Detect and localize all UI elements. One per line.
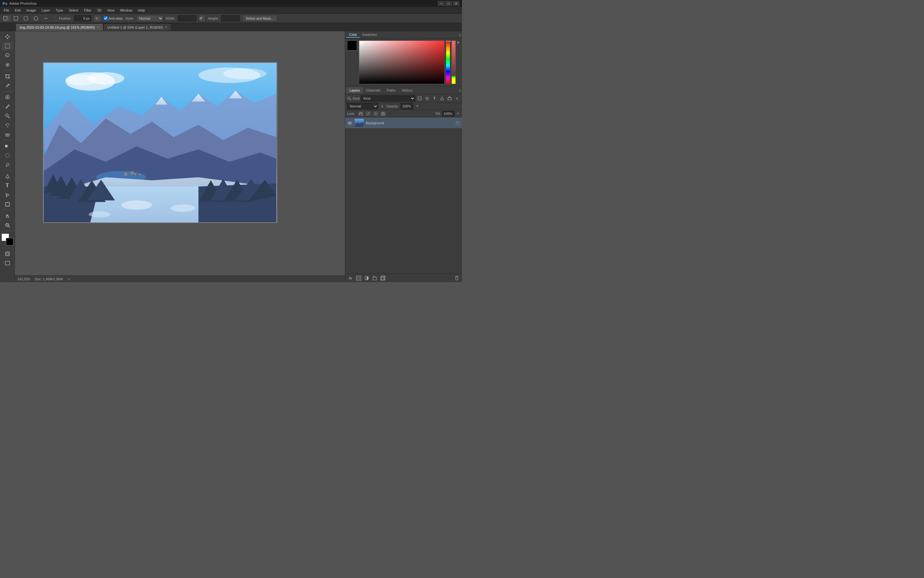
history-brush-tool[interactable]	[2, 121, 13, 130]
filter-adjust-btn[interactable]	[424, 95, 430, 102]
antialias-checkbox[interactable]: Anti-alias	[104, 16, 123, 20]
filter-shape-btn[interactable]	[439, 95, 445, 102]
tool-options-shape-btn2[interactable]	[24, 15, 31, 22]
menu-view[interactable]: View	[105, 8, 117, 13]
layer-row-background[interactable]: Background	[345, 117, 462, 128]
kind-select[interactable]: Kind	[361, 95, 415, 102]
hand-tool[interactable]	[2, 211, 13, 220]
kind-label: Kind	[352, 97, 359, 100]
layers-panel-menu-btn[interactable]: ≡	[459, 88, 461, 92]
shape-tool[interactable]	[2, 200, 13, 209]
history-tab[interactable]: History	[399, 87, 416, 93]
menu-layer[interactable]: Layer	[39, 8, 53, 13]
panel-scroll-arrow[interactable]: ▶	[457, 41, 460, 44]
zoom-tool[interactable]	[2, 221, 13, 229]
paths-tab[interactable]: Paths	[384, 87, 399, 93]
svg-point-60	[89, 211, 110, 218]
fill-input[interactable]	[442, 111, 455, 117]
eyedropper-tool[interactable]	[2, 81, 13, 90]
marquee-tool[interactable]	[2, 42, 13, 50]
width-input[interactable]	[178, 15, 196, 21]
color-tab[interactable]: Color	[346, 32, 359, 38]
menu-window[interactable]: Window	[117, 8, 135, 13]
eraser-tool[interactable]	[2, 130, 13, 139]
tab-2-close[interactable]: ✕	[165, 26, 167, 29]
filter-smartobj-btn[interactable]	[447, 95, 453, 102]
menu-select[interactable]: Select	[67, 8, 81, 13]
minimize-button[interactable]: ─	[438, 1, 445, 6]
swap-btn[interactable]	[94, 15, 101, 22]
color-swatches[interactable]	[2, 234, 13, 245]
menu-image[interactable]: Image	[24, 8, 39, 13]
feather-input[interactable]	[74, 15, 91, 21]
style-select[interactable]: Normal Fixed Ratio Fixed Size	[136, 15, 163, 22]
height-input[interactable]	[221, 15, 240, 21]
dodge-tool[interactable]	[2, 161, 13, 169]
canvas-image[interactable]	[44, 63, 277, 222]
layers-tab[interactable]: Layers	[346, 87, 363, 93]
clone-tool[interactable]	[2, 112, 13, 120]
svg-point-67	[348, 97, 350, 99]
color-panel-menu-btn[interactable]: ≡	[459, 33, 461, 37]
menu-file[interactable]: File	[1, 8, 12, 13]
swap-dimensions-btn[interactable]: ⇄	[199, 15, 205, 22]
blend-stepper-up[interactable]: ▲	[380, 104, 385, 109]
menu-filter[interactable]: Filter	[81, 8, 94, 13]
color-hue-strip[interactable]	[446, 41, 450, 84]
type-tool[interactable]: T	[2, 181, 13, 190]
channels-tab[interactable]: Channels	[363, 87, 383, 93]
path-select-tool[interactable]	[2, 191, 13, 199]
lock-paint-btn[interactable]	[365, 111, 371, 117]
tool-options-shape-btn1[interactable]	[14, 15, 21, 22]
lock-pixels-btn[interactable]	[358, 111, 364, 117]
layer-fx-btn[interactable]: fx	[347, 275, 354, 281]
antialias-check[interactable]	[104, 16, 108, 20]
maximize-button[interactable]: □	[445, 1, 452, 6]
lock-move-btn[interactable]	[373, 111, 379, 117]
gradient-tool[interactable]	[2, 142, 13, 150]
close-button[interactable]: ✕	[453, 1, 460, 6]
lock-all-btn[interactable]	[380, 111, 386, 117]
menu-type[interactable]: Type	[53, 8, 66, 13]
color-swatch-preview[interactable]	[347, 41, 357, 50]
opacity-input[interactable]	[401, 103, 413, 109]
filter-pixel-btn[interactable]	[417, 95, 423, 102]
group-layers-btn[interactable]	[371, 275, 378, 281]
document-tab-2[interactable]: Untitled-1 @ 50% (Layer 1, RGB/8#) ✕	[104, 23, 172, 31]
new-layer-btn[interactable]	[380, 275, 386, 281]
delete-layer-btn[interactable]	[453, 275, 460, 281]
filter-toggle-btn[interactable]: ●	[454, 95, 460, 102]
add-mask-btn[interactable]	[355, 275, 362, 281]
color-gradient-box[interactable]	[359, 41, 445, 84]
document-tab-1[interactable]: img-2020-10-03-14-58-19.png @ 161% (RGB/…	[16, 23, 104, 31]
quick-select-tool[interactable]	[2, 60, 13, 69]
fill-stepper[interactable]: ▼	[456, 112, 460, 116]
pen-tool[interactable]	[2, 172, 13, 180]
blur-tool[interactable]	[2, 151, 13, 160]
tool-options-shape-btn3[interactable]	[34, 15, 41, 22]
filter-type-btn[interactable]: T	[432, 95, 438, 102]
move-tool[interactable]	[2, 32, 13, 41]
healing-tool[interactable]	[2, 93, 13, 102]
swatches-tab[interactable]: Swatches	[359, 32, 380, 38]
quick-mask-btn[interactable]	[2, 250, 13, 258]
layers-blend-bar: Normal Dissolve Multiply Screen ▲ Opacit…	[345, 102, 462, 110]
opacity-stepper[interactable]: ▼	[415, 104, 419, 109]
blend-mode-select[interactable]: Normal Dissolve Multiply Screen	[347, 103, 378, 109]
layers-list: Background	[345, 117, 462, 273]
screen-mode-btn[interactable]	[2, 259, 13, 268]
menu-3d[interactable]: 3D	[95, 8, 104, 13]
tab-1-close[interactable]: ✕	[97, 26, 99, 29]
brush-tool[interactable]	[2, 102, 13, 111]
lasso-tool[interactable]	[2, 51, 13, 60]
crop-tool[interactable]	[2, 72, 13, 81]
add-adjustment-btn[interactable]	[363, 275, 370, 281]
background-swatch[interactable]	[6, 238, 13, 245]
select-mask-button[interactable]: Select and Mask...	[242, 15, 278, 22]
tool-options-marquee-btn[interactable]	[3, 15, 11, 22]
menu-edit[interactable]: Edit	[13, 8, 23, 13]
tool-options-shape-btn4[interactable]	[44, 15, 51, 22]
arrow-btn[interactable]: >	[68, 277, 70, 281]
layer-visibility-eye[interactable]	[347, 120, 352, 126]
menu-help[interactable]: Help	[135, 8, 148, 13]
